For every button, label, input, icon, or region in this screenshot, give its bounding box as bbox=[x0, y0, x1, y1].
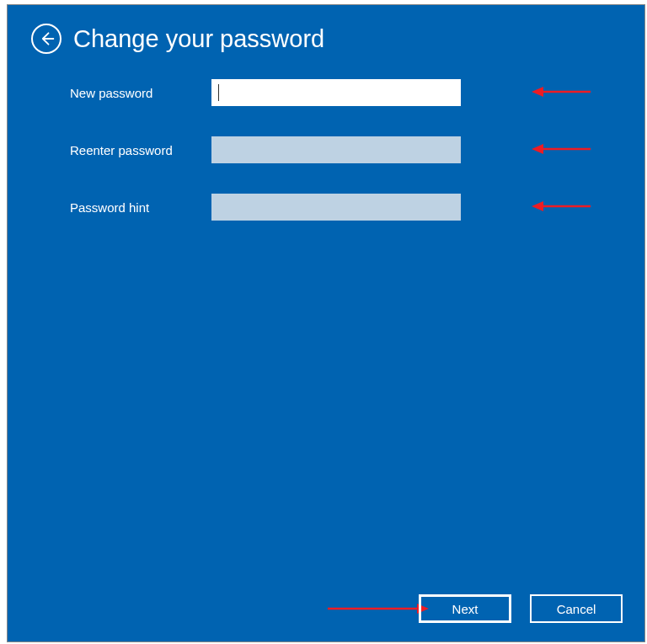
reenter-password-input[interactable] bbox=[211, 136, 461, 163]
annotation-arrow-icon bbox=[328, 601, 429, 616]
header: Change your password bbox=[8, 5, 644, 62]
form-area: New password Reenter password bbox=[8, 62, 644, 221]
annotation-arrow-icon bbox=[532, 141, 591, 157]
back-button[interactable] bbox=[31, 24, 61, 54]
arrow-left-icon bbox=[38, 30, 55, 47]
footer: Next Cancel bbox=[419, 594, 623, 623]
password-hint-row: Password hint bbox=[70, 194, 644, 221]
new-password-label: New password bbox=[70, 86, 211, 100]
reenter-password-label: Reenter password bbox=[70, 143, 211, 157]
new-password-row: New password bbox=[70, 79, 644, 106]
reenter-password-row: Reenter password bbox=[70, 136, 644, 163]
cancel-button[interactable]: Cancel bbox=[530, 594, 623, 623]
page-title: Change your password bbox=[73, 25, 324, 53]
next-button[interactable]: Next bbox=[419, 594, 511, 623]
annotation-arrow-icon bbox=[532, 199, 591, 214]
svg-marker-1 bbox=[532, 87, 543, 97]
change-password-window: Change your password New password Reente… bbox=[7, 4, 645, 642]
new-password-input[interactable] bbox=[211, 79, 461, 106]
svg-marker-5 bbox=[532, 201, 543, 211]
text-caret bbox=[218, 84, 219, 101]
annotation-arrow-icon bbox=[532, 84, 591, 99]
password-hint-input[interactable] bbox=[211, 194, 461, 221]
svg-marker-3 bbox=[532, 144, 543, 154]
password-hint-label: Password hint bbox=[70, 200, 211, 215]
